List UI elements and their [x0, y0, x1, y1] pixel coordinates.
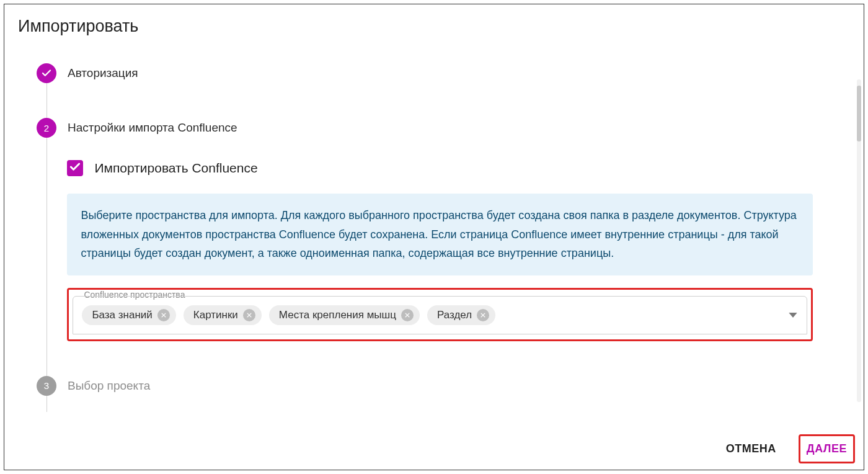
step-badge-active: 2 — [37, 118, 56, 138]
chip: Картинки — [184, 305, 262, 325]
chip-close-icon[interactable] — [243, 309, 255, 321]
next-button-highlight: ДАЛЕЕ — [799, 434, 855, 463]
chip: База знаний — [82, 305, 175, 325]
step-connector — [46, 341, 47, 376]
confluence-spaces-box[interactable]: База знаний Картинки — [73, 296, 807, 334]
confluence-spaces-field[interactable]: Confluence пространства База знаний — [73, 296, 807, 334]
import-confluence-checkbox-label: Импортировать Confluence — [94, 161, 257, 176]
chip-label: База знаний — [92, 309, 152, 321]
import-confluence-checkbox[interactable] — [67, 160, 83, 176]
cancel-button[interactable]: ОТМЕНА — [720, 436, 782, 462]
scrollbar[interactable] — [857, 79, 861, 402]
step-body-content: Импортировать Confluence Выберите простр… — [67, 138, 850, 341]
chip-label: Картинки — [193, 309, 238, 321]
step-badge-done — [37, 63, 56, 83]
svg-marker-8 — [789, 313, 797, 318]
import-dialog: Импортировать Авторизация — [4, 4, 864, 470]
step-number: 2 — [44, 123, 49, 133]
scrollbar-thumb[interactable] — [857, 86, 861, 141]
chip-label: Места крепления мышц — [279, 309, 396, 321]
info-alert: Выберите пространства для импорта. Для к… — [67, 194, 813, 275]
chip-close-icon[interactable] — [157, 309, 170, 321]
check-icon — [69, 161, 81, 176]
step-project-select: 3 Выбор проекта — [37, 376, 850, 412]
step-label: Выбор проекта — [68, 379, 150, 393]
step-connector — [46, 396, 47, 412]
check-icon — [41, 68, 52, 79]
chevron-down-icon[interactable] — [788, 311, 798, 319]
step-badge-inactive: 3 — [37, 376, 56, 396]
step-body: Импортировать Confluence Выберите простр… — [37, 138, 850, 341]
chip-close-icon[interactable] — [401, 309, 414, 321]
step-header: Авторизация — [37, 63, 850, 83]
step-connector — [46, 83, 47, 118]
chip: Места крепления мышц — [269, 305, 420, 325]
import-confluence-checkbox-row: Импортировать Confluence — [67, 160, 813, 176]
dialog-content: Авторизация 2 Настройки импорта Confluen… — [4, 36, 864, 431]
step-label: Настройки импорта Confluence — [68, 121, 237, 135]
step-import-settings: 2 Настройки импорта Confluence — [37, 118, 850, 376]
step-header: 2 Настройки импорта Confluence — [37, 118, 850, 138]
stepper: Авторизация 2 Настройки импорта Confluen… — [37, 63, 850, 412]
dialog-footer: ОТМЕНА ДАЛЕЕ — [4, 431, 864, 470]
step-label: Авторизация — [68, 66, 138, 80]
spaces-field-highlight: Confluence пространства База знаний — [67, 288, 813, 341]
chip-close-icon[interactable] — [477, 309, 489, 321]
next-button[interactable]: ДАЛЕЕ — [800, 436, 853, 462]
step-authorization: Авторизация — [37, 63, 850, 118]
step-number: 3 — [44, 380, 49, 391]
dialog-title: Импортировать — [4, 4, 864, 36]
chip: Раздел — [427, 305, 495, 325]
step-header: 3 Выбор проекта — [37, 376, 850, 396]
chip-label: Раздел — [437, 309, 472, 321]
